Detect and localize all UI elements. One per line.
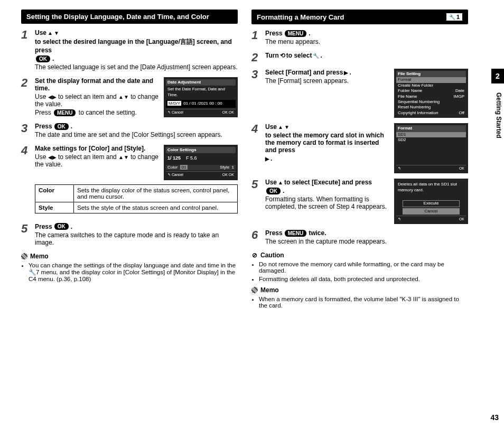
step: 1 Use to select the desired language in …: [21, 29, 238, 72]
execute-screen: Deletes all data on the SD1 slot memory …: [394, 179, 468, 224]
section-header-right: Formatting a Memory Card 1: [251, 10, 468, 24]
arrow-right-icon: [344, 69, 348, 76]
step-description: Formatting starts. When formatting is co…: [265, 196, 389, 210]
step: 1 Press MENU . The menu appears.: [251, 30, 468, 46]
chapter-tab: 2: [491, 69, 504, 83]
arrow-down-icon: [284, 123, 290, 131]
step-number: 1: [251, 30, 261, 46]
memo-heading: Memo: [251, 286, 468, 294]
step-number: 2: [21, 77, 31, 117]
caution-list: Do not remove the memory card while form…: [251, 261, 468, 282]
file-setting-screen: File Setting Format Create New Folder Fo…: [394, 69, 468, 118]
step: 5 Use to select [Execute] and press OK .…: [251, 179, 468, 224]
chapter-label: Getting Started: [495, 92, 502, 138]
step-number: 3: [251, 69, 261, 118]
memo-list: When a memory card is formatted, the vol…: [251, 296, 468, 309]
step: 4 Use to select the memory card slot in …: [251, 123, 468, 173]
step-number: 4: [21, 145, 31, 218]
memo-heading: Memo: [21, 253, 238, 260]
step: 2 Turn to select .: [251, 52, 468, 63]
list-item: Formatting deletes all data, both protec…: [259, 276, 468, 282]
arrow-up-icon: [278, 123, 283, 131]
step-number: 2: [251, 52, 261, 63]
arrow-up-icon: [278, 179, 283, 186]
ok-button-icon: OK: [54, 123, 69, 130]
arrow-up-icon: [118, 153, 124, 161]
arrow-up-icon: [118, 93, 124, 100]
wrench-icon: [313, 52, 319, 59]
caution-heading: Caution: [251, 252, 468, 259]
ok-button-icon: OK: [36, 55, 50, 62]
list-item: Do not remove the memory card while form…: [259, 261, 468, 274]
step-description: The selected language is set and the [Da…: [35, 63, 238, 71]
color-settings-screen: Color Settings 1/ 125 F 5.6 Color 01 Sty…: [164, 145, 238, 180]
step-description: The screen in the capture mode reappears…: [265, 238, 468, 245]
step-description: The date and time are set and the [Color…: [35, 131, 238, 138]
table-row: ColorSets the display color of the statu…: [35, 184, 238, 202]
step-number: 6: [251, 229, 261, 246]
left-column: Setting the Display Language, Date and T…: [21, 10, 238, 311]
step-number: 4: [251, 123, 261, 173]
step: 5 Press OK . The camera switches to the …: [21, 223, 238, 247]
date-adjustment-screen: Date Adjustment Set the Date Format, Dat…: [164, 77, 238, 117]
step: 3 Press OK . The date and time are set a…: [21, 123, 238, 139]
page-number: 43: [490, 413, 499, 422]
section-header-left: Setting the Display Language, Date and T…: [21, 10, 238, 24]
wrench-badge: 1: [446, 13, 463, 21]
list-item: When a memory card is formatted, the vol…: [259, 296, 468, 309]
dial-icon: [280, 52, 285, 59]
arrow-left-icon: [48, 93, 52, 100]
menu-button-icon: MENU: [54, 109, 76, 116]
step-description: The menu appears.: [265, 38, 468, 45]
step: 3 Select [Format] and press . The [Forma…: [251, 69, 468, 118]
step-description: The [Format] screen appears.: [265, 77, 389, 85]
step-number: 3: [21, 123, 31, 139]
step-description: The camera switches to the capture mode …: [35, 231, 238, 246]
arrow-down-icon: [54, 29, 59, 36]
arrow-right-icon: [52, 153, 57, 161]
step-number: 1: [21, 29, 31, 72]
arrow-up-icon: [48, 29, 53, 36]
wrench-icon: [449, 14, 455, 20]
menu-button-icon: MENU: [285, 230, 306, 237]
right-column: Formatting a Memory Card 1 1 Press MENU …: [251, 10, 468, 311]
step: 2 Set the display format and the date an…: [21, 77, 238, 117]
arrow-left-icon: [48, 153, 52, 161]
arrow-right-icon: [52, 93, 57, 100]
menu-button-icon: MENU: [285, 30, 306, 37]
arrow-right-icon: [265, 155, 269, 162]
memo-list: You can change the settings of the displ…: [21, 262, 238, 282]
color-style-table: ColorSets the display color of the statu…: [35, 184, 238, 213]
list-item: You can change the settings of the displ…: [29, 262, 238, 282]
ok-button-icon: OK: [266, 188, 281, 194]
step-number: 5: [251, 179, 261, 224]
step: 4 Make settings for [Color] and [Style].…: [21, 145, 238, 218]
step: 6 Press MENU twice. The screen in the ca…: [251, 229, 468, 246]
arrow-down-icon: [124, 153, 129, 161]
format-slot-screen: Format SD1 SD2 ↰OK: [394, 123, 468, 173]
ok-button-icon: OK: [54, 223, 69, 230]
arrow-down-icon: [124, 93, 129, 100]
table-row: StyleSets the style of the status screen…: [35, 202, 238, 213]
step-number: 5: [21, 223, 31, 247]
